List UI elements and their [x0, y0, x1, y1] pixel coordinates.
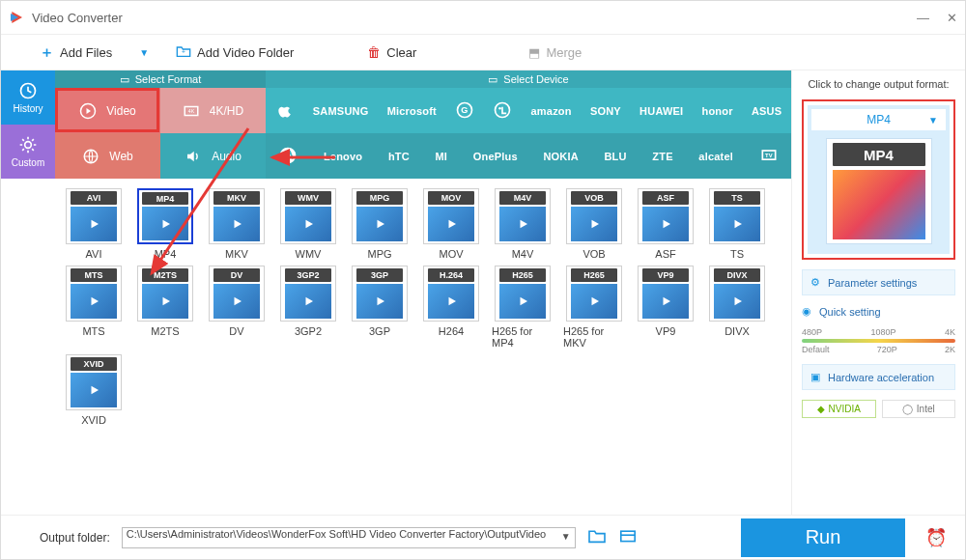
- brand-sony[interactable]: SONY: [590, 105, 621, 117]
- brand-blu[interactable]: BLU: [604, 151, 626, 162]
- category-4k-hd[interactable]: 4K 4K/HD: [160, 88, 266, 133]
- intel-icon: ◯: [902, 404, 913, 414]
- format-art: [642, 284, 689, 319]
- format-card-h265-for-mkv[interactable]: H265H265 for MKV: [563, 266, 625, 349]
- format-card-avi[interactable]: AVIAVI: [63, 188, 125, 260]
- category-audio[interactable]: Audio: [160, 133, 266, 179]
- svg-point-12: [499, 107, 502, 110]
- format-card-divx[interactable]: DIVXDIVX: [706, 266, 768, 349]
- brand-row-2: LenovohTCMIOnePlusNOKIABLUZTEalcatelTV: [266, 133, 791, 179]
- format-card-3gp2[interactable]: 3GP23GP2: [277, 266, 339, 349]
- quality-slider[interactable]: 480P1080P4K Default720P2K: [802, 327, 955, 354]
- brand-moto[interactable]: [278, 146, 298, 167]
- brand-tv[interactable]: TV: [759, 146, 779, 167]
- brand-oneplus[interactable]: OnePlus: [473, 151, 518, 162]
- format-card-dv[interactable]: DVDV: [206, 266, 268, 349]
- format-tag: 3GP2: [285, 268, 331, 282]
- brand-g[interactable]: G: [455, 100, 474, 122]
- output-preview-art: [833, 170, 925, 239]
- sidebar-history[interactable]: History: [1, 70, 55, 125]
- format-card-asf[interactable]: ASFASF: [635, 188, 696, 260]
- minimize-button[interactable]: —: [917, 11, 929, 25]
- open-folder-button[interactable]: [618, 528, 638, 547]
- tab-select-format[interactable]: ▭ Select Format: [55, 70, 266, 88]
- format-card-3gp[interactable]: 3GP3GP: [349, 266, 411, 349]
- parameter-settings-button[interactable]: ⚙ Parameter settings: [802, 269, 955, 295]
- brand-apple[interactable]: [275, 100, 295, 122]
- hardware-acceleration-toggle[interactable]: ▣ Hardware acceleration: [802, 364, 955, 390]
- tab-select-device[interactable]: ▭ Select Device: [266, 70, 791, 88]
- svg-text:TV: TV: [765, 152, 773, 157]
- format-card-vob[interactable]: VOBVOB: [563, 188, 625, 260]
- format-card-mpg[interactable]: MPGMPG: [349, 188, 411, 260]
- output-folder-label: Output folder:: [40, 531, 110, 545]
- format-label: H264: [439, 325, 464, 337]
- format-card-mkv[interactable]: MKVMKV: [206, 188, 268, 260]
- format-card-m4v[interactable]: M4VM4V: [492, 188, 554, 260]
- gpu-nvidia[interactable]: ◆NVIDIA: [802, 400, 876, 418]
- category-web[interactable]: Web: [55, 133, 160, 179]
- brand-microsoft[interactable]: Microsoft: [387, 105, 437, 117]
- format-tag: MP4: [142, 192, 188, 205]
- add-folder-button[interactable]: + Add Video Folder: [176, 44, 294, 61]
- svg-marker-36: [521, 297, 528, 305]
- brand-honor[interactable]: honor: [702, 105, 733, 117]
- clock-icon: ⏰: [925, 528, 947, 547]
- brand-htc[interactable]: hTC: [388, 151, 410, 162]
- close-button[interactable]: ✕: [947, 11, 957, 25]
- run-button[interactable]: Run: [741, 518, 905, 557]
- quality-labels-bottom: Default720P2K: [802, 345, 955, 354]
- output-folder-input[interactable]: C:\Users\Administrator\Videos\WonderFox …: [122, 527, 576, 548]
- format-card-h265-for-mp4[interactable]: H265H265 for MP4: [492, 266, 554, 349]
- output-format-value: MP4: [867, 113, 891, 126]
- format-thumb: AVI: [66, 188, 122, 244]
- format-card-mov[interactable]: MOVMOV: [420, 188, 482, 260]
- svg-marker-39: [735, 297, 743, 305]
- brand-huawei[interactable]: HUAWEI: [639, 105, 683, 117]
- format-art: [71, 284, 117, 319]
- output-format-preview: MP4: [826, 138, 932, 244]
- brand-samsung[interactable]: SAMSUNG: [313, 105, 369, 117]
- format-card-wmv[interactable]: WMVWMV: [277, 188, 339, 260]
- format-card-ts[interactable]: TSTS: [706, 188, 768, 260]
- brand-alcatel[interactable]: alcatel: [698, 151, 733, 162]
- category-video[interactable]: Video: [55, 88, 160, 133]
- category-audio-label: Audio: [212, 150, 242, 163]
- format-card-m2ts[interactable]: M2TSM2TS: [134, 266, 196, 349]
- output-format-box[interactable]: MP4 ▼ MP4: [802, 99, 955, 260]
- brand-nokia[interactable]: NOKIA: [543, 151, 578, 162]
- trash-icon: 🗑: [367, 44, 381, 60]
- brand-zte[interactable]: ZTE: [652, 151, 672, 162]
- gpu-intel[interactable]: ◯Intel: [882, 400, 956, 418]
- format-card-xvid[interactable]: XVIDXVID: [63, 354, 125, 426]
- app-title: Video Converter: [32, 11, 917, 25]
- brand-amazon[interactable]: amazon: [531, 105, 572, 117]
- format-card-h264[interactable]: H.264H264: [420, 266, 482, 349]
- main-area: ▭ Select Format ▭ Select Device Video 4K: [55, 70, 791, 515]
- chevron-down-icon[interactable]: ▼: [561, 531, 571, 542]
- schedule-button[interactable]: ⏰: [917, 527, 955, 548]
- brand-lenovo[interactable]: Lenovo: [324, 151, 362, 162]
- chevron-down-icon: ▼: [928, 115, 938, 126]
- clear-button[interactable]: 🗑 Clear: [367, 44, 416, 60]
- format-thumb: MTS: [66, 266, 122, 322]
- format-label: DV: [229, 325, 243, 337]
- sidebar-custom[interactable]: Custom: [1, 125, 55, 179]
- format-card-vp9[interactable]: VP9VP9: [635, 266, 696, 349]
- brand-lg[interactable]: [493, 100, 512, 122]
- add-files-button[interactable]: ＋ Add Files: [40, 43, 112, 62]
- format-card-mp4[interactable]: MP4MP4: [134, 188, 196, 260]
- output-format-select[interactable]: MP4 ▼: [811, 109, 946, 130]
- format-grid: AVIAVIMP4MP4MKVMKVWMVWMVMPGMPGMOVMOVM4VM…: [63, 188, 783, 426]
- format-thumb: WMV: [280, 188, 336, 244]
- format-label: H265 for MKV: [563, 325, 625, 349]
- device-icon: ▭: [488, 73, 497, 86]
- browse-folder-button[interactable]: [587, 528, 607, 547]
- add-files-dropdown[interactable]: ▼: [139, 47, 149, 58]
- format-card-mts[interactable]: MTSMTS: [63, 266, 125, 349]
- merge-button[interactable]: ⬒ Merge: [528, 45, 582, 60]
- brand-mi[interactable]: MI: [435, 151, 447, 162]
- format-label: MP4: [155, 248, 177, 260]
- brand-asus[interactable]: ASUS: [752, 105, 781, 117]
- right-panel: Click to change output format: MP4 ▼ MP4…: [791, 70, 965, 515]
